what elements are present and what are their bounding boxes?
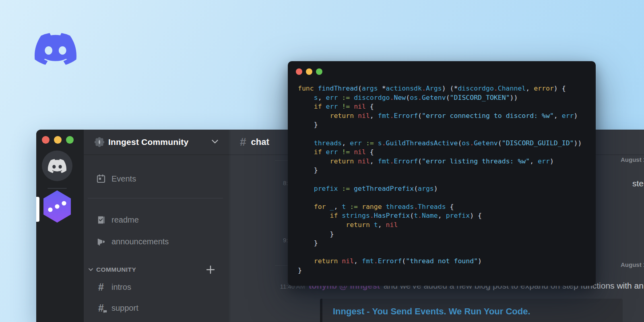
code-line: }: [298, 166, 592, 175]
community-badge-icon: [94, 137, 105, 147]
channel-label: intros: [111, 283, 131, 292]
close-button[interactable]: [42, 136, 50, 144]
megaphone-icon: [96, 236, 106, 247]
date-divider-label: August 17, 2022: [621, 156, 644, 163]
calendar-icon: [96, 173, 106, 184]
zoom-button[interactable]: [66, 136, 74, 144]
server-rail: [36, 130, 84, 322]
channel-sidebar: Inngest Community Events: [84, 130, 229, 322]
discord-logo-icon: [35, 33, 76, 65]
channel-label: announcements: [111, 237, 169, 246]
date-divider-label: August 18, 2022: [621, 261, 644, 268]
code-line: s, err := discordgo.New(os.Getenv("DISCO…: [298, 93, 592, 103]
category-community[interactable]: COMMUNITY: [89, 264, 225, 275]
minimize-button[interactable]: [306, 68, 312, 75]
sidebar-item-support[interactable]: # support: [87, 299, 225, 317]
code-line: [298, 130, 592, 139]
sidebar-divider: [88, 198, 223, 198]
page: Inngest Community Events: [0, 0, 644, 322]
code-line: return nil, fmt.Errorf("thread not found…: [298, 257, 592, 266]
minimize-button[interactable]: [54, 136, 62, 144]
hash-chat-icon: #: [96, 303, 106, 313]
category-label: COMMUNITY: [96, 266, 136, 273]
close-button[interactable]: [296, 68, 302, 75]
code-line: }: [298, 266, 592, 275]
channel-label: Events: [111, 174, 136, 184]
code-content: func findThread(args *actionsdk.Args) (*…: [298, 84, 592, 283]
sidebar-item-announcements[interactable]: announcements: [87, 233, 225, 250]
chevron-down-icon: [212, 140, 218, 144]
embed-title-link[interactable]: Inngest - You Send Events. We Run Your C…: [333, 306, 530, 317]
code-line: prefix := getThreadPrefix(args): [298, 184, 592, 194]
discord-home-button[interactable]: [42, 151, 72, 181]
sidebar-item-events[interactable]: Events: [87, 170, 225, 188]
code-line: threads, err := s.GuildThreadsActive(os.…: [298, 139, 592, 148]
message-text-fragment: step func: [632, 179, 644, 188]
rail-divider: [47, 188, 67, 189]
code-line: [298, 175, 592, 184]
code-line: return nil, fmt.Errorf("error listing th…: [298, 157, 592, 166]
code-line: if err != nil {: [298, 148, 592, 157]
code-line: return t, nil: [298, 221, 592, 230]
code-line: }: [298, 120, 592, 130]
code-line: if strings.HasPrefix(t.Name, prefix) {: [298, 211, 592, 221]
chevron-down-icon: [89, 268, 93, 271]
plus-icon[interactable]: [205, 264, 216, 275]
book-check-icon: [96, 215, 106, 225]
discord-home-icon: [48, 159, 66, 173]
sidebar-item-intros[interactable]: # intros: [87, 278, 225, 296]
sidebar-item-readme[interactable]: readme: [87, 211, 225, 229]
code-line: func findThread(args *actionsdk.Args) (*…: [298, 84, 592, 93]
code-line: return nil, fmt.Errorf("error connecting…: [298, 111, 592, 121]
code-line: }: [298, 239, 592, 248]
server-name: Inngest Community: [108, 137, 188, 147]
channel-label: readme: [111, 215, 139, 225]
channel-label: support: [111, 303, 138, 313]
code-line: [298, 248, 592, 257]
code-line: [298, 193, 592, 202]
hash-icon: #: [96, 282, 106, 292]
active-server-indicator: [36, 197, 39, 222]
code-editor-window: func findThread(args *actionsdk.Args) (*…: [288, 61, 596, 286]
code-line: for _, t := range threads.Threads {: [298, 202, 592, 212]
zoom-button[interactable]: [316, 68, 322, 75]
code-line: }: [298, 230, 592, 239]
code-line: if err != nil {: [298, 102, 592, 111]
inngest-server-icon[interactable]: [43, 190, 72, 223]
server-header[interactable]: Inngest Community: [84, 130, 229, 155]
link-embed: Inngest - You Send Events. We Run Your C…: [320, 299, 623, 322]
